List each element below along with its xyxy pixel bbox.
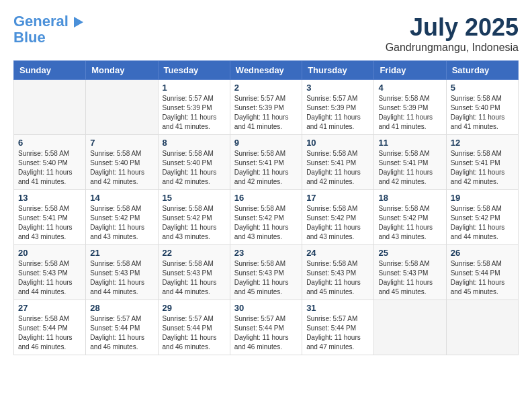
day-number: 20 [18,248,81,258]
calendar-cell [86,80,158,135]
calendar-cell: 21Sunrise: 5:58 AM Sunset: 5:43 PM Dayli… [86,245,158,300]
calendar-cell: 9Sunrise: 5:58 AM Sunset: 5:41 PM Daylig… [230,135,302,190]
calendar-cell: 8Sunrise: 5:58 AM Sunset: 5:40 PM Daylig… [158,135,230,190]
day-number: 17 [306,193,369,203]
cell-info: Sunrise: 5:57 AM Sunset: 5:44 PM Dayligh… [90,314,153,352]
calendar-cell: 24Sunrise: 5:58 AM Sunset: 5:43 PM Dayli… [302,245,374,300]
calendar-cell: 7Sunrise: 5:58 AM Sunset: 5:40 PM Daylig… [86,135,158,190]
week-row-5: 27Sunrise: 5:58 AM Sunset: 5:44 PM Dayli… [14,300,519,355]
day-number: 12 [451,138,514,148]
day-number: 27 [18,303,81,313]
header-friday: Friday [374,61,446,80]
day-number: 15 [163,193,226,203]
cell-info: Sunrise: 5:58 AM Sunset: 5:42 PM Dayligh… [90,204,153,242]
day-number: 9 [234,138,298,148]
cell-info: Sunrise: 5:58 AM Sunset: 5:39 PM Dayligh… [378,94,441,132]
calendar-cell: 11Sunrise: 5:58 AM Sunset: 5:41 PM Dayli… [374,135,446,190]
header: General Blue July 2025 Gandrungmangu, In… [13,13,519,54]
cell-info: Sunrise: 5:58 AM Sunset: 5:43 PM Dayligh… [378,259,441,297]
calendar: SundayMondayTuesdayWednesdayThursdayFrid… [13,60,519,355]
day-number: 13 [18,193,81,203]
cell-info: Sunrise: 5:58 AM Sunset: 5:44 PM Dayligh… [451,259,514,297]
day-number: 28 [90,303,153,313]
day-number: 4 [378,83,441,93]
day-number: 10 [306,138,369,148]
cell-info: Sunrise: 5:58 AM Sunset: 5:40 PM Dayligh… [451,94,514,132]
day-number: 29 [163,303,226,313]
day-number: 24 [306,248,369,258]
calendar-cell: 22Sunrise: 5:58 AM Sunset: 5:43 PM Dayli… [158,245,230,300]
day-number: 14 [90,193,153,203]
calendar-cell: 5Sunrise: 5:58 AM Sunset: 5:40 PM Daylig… [446,80,518,135]
month-title: July 2025 [386,13,519,42]
cell-info: Sunrise: 5:58 AM Sunset: 5:42 PM Dayligh… [163,204,226,242]
calendar-cell: 28Sunrise: 5:57 AM Sunset: 5:44 PM Dayli… [86,300,158,355]
logo-arrow-icon [74,17,83,28]
cell-info: Sunrise: 5:58 AM Sunset: 5:42 PM Dayligh… [234,204,298,242]
day-number: 21 [90,248,153,258]
day-number: 5 [451,83,514,93]
calendar-cell: 10Sunrise: 5:58 AM Sunset: 5:41 PM Dayli… [302,135,374,190]
calendar-cell: 29Sunrise: 5:57 AM Sunset: 5:44 PM Dayli… [158,300,230,355]
calendar-cell: 25Sunrise: 5:58 AM Sunset: 5:43 PM Dayli… [374,245,446,300]
cell-info: Sunrise: 5:57 AM Sunset: 5:39 PM Dayligh… [306,94,369,132]
calendar-cell: 27Sunrise: 5:58 AM Sunset: 5:44 PM Dayli… [14,300,86,355]
logo-line1: General [13,13,69,30]
cell-info: Sunrise: 5:57 AM Sunset: 5:39 PM Dayligh… [234,94,298,132]
day-number: 16 [234,193,298,203]
cell-info: Sunrise: 5:58 AM Sunset: 5:41 PM Dayligh… [18,204,81,242]
calendar-cell: 15Sunrise: 5:58 AM Sunset: 5:42 PM Dayli… [158,190,230,245]
calendar-cell: 12Sunrise: 5:58 AM Sunset: 5:41 PM Dayli… [446,135,518,190]
calendar-cell: 23Sunrise: 5:58 AM Sunset: 5:43 PM Dayli… [230,245,302,300]
calendar-cell: 1Sunrise: 5:57 AM Sunset: 5:39 PM Daylig… [158,80,230,135]
cell-info: Sunrise: 5:58 AM Sunset: 5:43 PM Dayligh… [306,259,369,297]
day-number: 11 [378,138,441,148]
cell-info: Sunrise: 5:58 AM Sunset: 5:44 PM Dayligh… [18,314,81,352]
cell-info: Sunrise: 5:58 AM Sunset: 5:42 PM Dayligh… [306,204,369,242]
calendar-cell: 3Sunrise: 5:57 AM Sunset: 5:39 PM Daylig… [302,80,374,135]
cell-info: Sunrise: 5:58 AM Sunset: 5:43 PM Dayligh… [18,259,81,297]
title-area: July 2025 Gandrungmangu, Indonesia [386,13,519,54]
day-number: 1 [163,83,226,93]
cell-info: Sunrise: 5:58 AM Sunset: 5:42 PM Dayligh… [451,204,514,242]
calendar-cell: 14Sunrise: 5:58 AM Sunset: 5:42 PM Dayli… [86,190,158,245]
logo: General Blue [13,13,83,46]
cell-info: Sunrise: 5:58 AM Sunset: 5:40 PM Dayligh… [163,149,226,187]
week-row-2: 6Sunrise: 5:58 AM Sunset: 5:40 PM Daylig… [14,135,519,190]
calendar-cell: 4Sunrise: 5:58 AM Sunset: 5:39 PM Daylig… [374,80,446,135]
cell-info: Sunrise: 5:58 AM Sunset: 5:43 PM Dayligh… [90,259,153,297]
calendar-header-row: SundayMondayTuesdayWednesdayThursdayFrid… [14,61,519,80]
week-row-4: 20Sunrise: 5:58 AM Sunset: 5:43 PM Dayli… [14,245,519,300]
cell-info: Sunrise: 5:58 AM Sunset: 5:43 PM Dayligh… [234,259,298,297]
cell-info: Sunrise: 5:57 AM Sunset: 5:44 PM Dayligh… [234,314,298,352]
calendar-cell [446,300,518,355]
calendar-cell: 13Sunrise: 5:58 AM Sunset: 5:41 PM Dayli… [14,190,86,245]
calendar-cell: 30Sunrise: 5:57 AM Sunset: 5:44 PM Dayli… [230,300,302,355]
day-number: 7 [90,138,153,148]
location-title: Gandrungmangu, Indonesia [386,42,519,54]
cell-info: Sunrise: 5:58 AM Sunset: 5:43 PM Dayligh… [163,259,226,297]
day-number: 3 [306,83,369,93]
day-number: 22 [163,248,226,258]
day-number: 2 [234,83,298,93]
header-monday: Monday [86,61,158,80]
week-row-1: 1Sunrise: 5:57 AM Sunset: 5:39 PM Daylig… [14,80,519,135]
week-row-3: 13Sunrise: 5:58 AM Sunset: 5:41 PM Dayli… [14,190,519,245]
calendar-cell [14,80,86,135]
calendar-cell: 19Sunrise: 5:58 AM Sunset: 5:42 PM Dayli… [446,190,518,245]
day-number: 23 [234,248,298,258]
header-saturday: Saturday [446,61,518,80]
header-tuesday: Tuesday [158,61,230,80]
cell-info: Sunrise: 5:57 AM Sunset: 5:39 PM Dayligh… [163,94,226,132]
cell-info: Sunrise: 5:58 AM Sunset: 5:41 PM Dayligh… [451,149,514,187]
day-number: 31 [306,303,369,313]
calendar-cell: 20Sunrise: 5:58 AM Sunset: 5:43 PM Dayli… [14,245,86,300]
calendar-cell [374,300,446,355]
calendar-cell: 26Sunrise: 5:58 AM Sunset: 5:44 PM Dayli… [446,245,518,300]
calendar-cell: 18Sunrise: 5:58 AM Sunset: 5:42 PM Dayli… [374,190,446,245]
cell-info: Sunrise: 5:58 AM Sunset: 5:40 PM Dayligh… [18,149,81,187]
logo-line2: Blue [13,29,46,46]
calendar-cell: 16Sunrise: 5:58 AM Sunset: 5:42 PM Dayli… [230,190,302,245]
calendar-cell: 17Sunrise: 5:58 AM Sunset: 5:42 PM Dayli… [302,190,374,245]
calendar-cell: 2Sunrise: 5:57 AM Sunset: 5:39 PM Daylig… [230,80,302,135]
